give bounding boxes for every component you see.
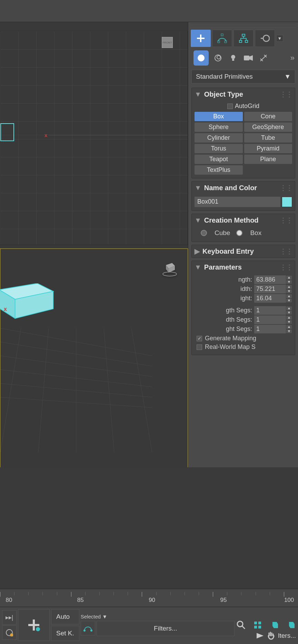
generate-mapping-row[interactable]: Generate Mapping [195,334,292,343]
real-world-row[interactable]: Real-World Map S [195,343,292,351]
expand-icon: ▶ [195,247,200,255]
time-config-button[interactable] [2,625,17,640]
x-axis-label: x [44,132,47,138]
spinner-up-icon[interactable]: ▲ [286,285,292,289]
spinner-width[interactable]: 75.221▲▼ [254,285,292,293]
panel-tabs: ▾ [189,30,298,49]
viewcube-perspective[interactable] [159,258,180,279]
param-height: ight: 16.04▲▼ [195,294,292,303]
svg-rect-29 [232,59,234,61]
radio-cube[interactable] [201,230,207,236]
play-icon[interactable] [256,632,264,640]
category-lights[interactable] [227,52,239,64]
primitive-type-dropdown[interactable]: Standard Primitives ▼ [191,70,295,84]
rollout-title: Name and Color [204,184,257,192]
set-key-large-button[interactable] [18,609,50,641]
spinner-up-icon[interactable]: ▲ [286,325,292,329]
object-name-input[interactable]: Box001 [195,197,280,207]
obj-btn-teapot[interactable]: Teapot [195,155,243,164]
key-filters-button[interactable]: Filters... [97,621,235,636]
tab-hierarchy[interactable] [234,30,254,47]
radio-box[interactable] [236,230,242,236]
obj-btn-tube[interactable]: Tube [244,133,292,143]
obj-btn-textplus[interactable]: TextPlus [195,165,243,175]
play-forward-button[interactable]: ▸▸| [2,610,17,625]
field-of-view-icon[interactable] [286,620,296,630]
spinner-down-icon[interactable]: ▼ [286,280,292,284]
rollout-header[interactable]: ▼ Parameters ⋮⋮ [192,261,295,273]
obj-btn-cone[interactable]: Cone [244,112,292,121]
viewport-perspective[interactable]: x [0,248,188,467]
obj-btn-sphere[interactable]: Sphere [195,123,243,132]
spinner-wsegs[interactable]: 1▲▼ [254,315,292,324]
viewcube[interactable]: FRONT [155,37,179,49]
drag-grip-icon[interactable]: ⋮⋮ [280,90,292,98]
tab-motion[interactable] [255,30,275,47]
autogrid-row[interactable]: AutoGrid [195,103,292,110]
viewcube-face[interactable]: FRONT [162,37,173,48]
box-object[interactable] [0,283,56,325]
rollout-title: Parameters [204,263,242,271]
obj-btn-torus[interactable]: Torus [195,144,243,153]
spinner-length[interactable]: 63.886▲▼ [254,275,292,284]
spinner-height[interactable]: 16.04▲▼ [254,294,292,303]
spinner-down-icon[interactable]: ▼ [286,299,292,303]
autogrid-checkbox[interactable] [227,104,233,109]
viewport-area[interactable]: x FRONT x [0,22,188,467]
pan-hand-icon[interactable] [266,631,276,641]
rollout-parameters: ▼ Parameters ⋮⋮ ngth: 63.886▲▼ idth: 75.… [191,261,295,355]
spinner-up-icon[interactable]: ▲ [286,306,292,311]
spinner-up-icon[interactable]: ▲ [286,315,292,320]
param-lsegs: gth Segs: 1▲▼ [195,306,292,315]
tab-create[interactable] [191,30,211,47]
real-world-label: Real-World Map S [205,343,256,351]
zoom-icon[interactable] [236,620,246,630]
spinner-down-icon[interactable]: ▼ [286,289,292,294]
collapse-icon: ▼ [195,263,201,271]
category-overflow[interactable]: » [290,53,295,62]
selected-object-outline[interactable] [0,123,14,141]
category-geometry[interactable] [193,50,209,66]
spinner-down-icon[interactable]: ▼ [286,320,292,324]
panel-grip[interactable] [191,23,296,28]
obj-btn-geosphere[interactable]: GeoSphere [244,123,292,132]
drag-grip-icon[interactable]: ⋮⋮ [280,263,292,271]
rollout-header[interactable]: ▼ Name and Color ⋮⋮ [192,182,295,194]
spinner-down-icon[interactable]: ▼ [286,311,292,315]
rollout-header[interactable]: ▶ Keyboard Entry ⋮⋮ [192,245,295,257]
tab-modify[interactable] [212,30,232,47]
obj-btn-plane[interactable]: Plane [244,155,292,164]
spinner-down-icon[interactable]: ▼ [286,329,292,334]
spinner-up-icon[interactable]: ▲ [286,275,292,280]
tabs-overflow[interactable]: ▾ [276,35,283,42]
category-helpers[interactable] [258,52,269,64]
key-mode-button[interactable] [81,621,95,635]
filters-label[interactable]: lters... [278,632,296,640]
key-filter-dropdown[interactable]: Selected ▼ [81,614,235,619]
svg-rect-22 [239,40,242,42]
auto-key-button[interactable]: Auto [51,609,79,624]
zoom-extents-icon[interactable] [269,620,279,630]
object-color-swatch[interactable] [282,197,292,207]
drag-grip-icon[interactable]: ⋮⋮ [280,216,292,224]
timeline[interactable]: 80 85 90 95 100 [0,589,298,607]
obj-btn-box[interactable]: Box [195,112,243,121]
spinner-up-icon[interactable]: ▲ [286,294,292,299]
drag-grip-icon[interactable]: ⋮⋮ [280,184,292,192]
rollout-header[interactable]: ▼ Object Type ⋮⋮ [192,88,295,100]
drag-grip-icon[interactable]: ⋮⋮ [280,247,292,255]
category-shapes[interactable] [212,52,224,64]
svg-rect-40 [254,626,257,628]
viewport-front[interactable]: x FRONT [0,31,188,245]
zoom-all-icon[interactable] [252,620,263,630]
obj-btn-pyramid[interactable]: Pyramid [244,144,292,153]
obj-btn-cylinder[interactable]: Cylinder [195,133,243,143]
generate-mapping-checkbox[interactable] [197,336,202,341]
spinner-lsegs[interactable]: 1▲▼ [254,306,292,315]
svg-point-34 [36,627,40,631]
set-key-button[interactable]: Set K. [51,626,79,641]
spinner-hsegs[interactable]: 1▲▼ [254,325,292,333]
rollout-header[interactable]: ▼ Creation Method ⋮⋮ [192,214,295,226]
category-cameras[interactable] [242,52,254,64]
real-world-checkbox[interactable] [197,344,202,350]
